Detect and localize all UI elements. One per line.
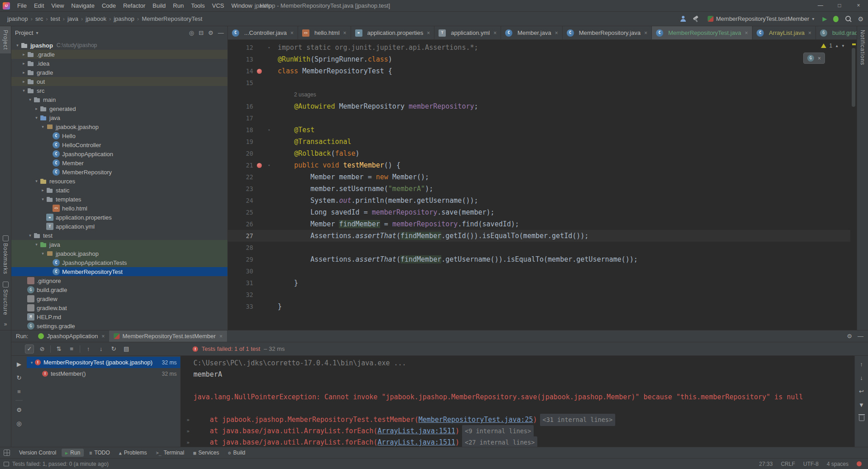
tree-chevron-icon[interactable]: ▾ [39, 251, 46, 256]
export-test-results-icon[interactable]: ▤ [122, 345, 131, 354]
run-config-selector[interactable]: MemberRepositoryTest.testMember ▾ [705, 14, 817, 23]
show-passed-icon[interactable]: ✓ [25, 345, 34, 354]
console[interactable]: C:\Users\PC\.jdks\corretto-17.0.4.1\bin\… [181, 356, 854, 447]
fold-chevron-icon[interactable]: ▾ [265, 42, 273, 53]
editor-code[interactable]: 12▾import static org.junit.jupiter.api.A… [228, 40, 850, 330]
console-fold-icon[interactable]: » [183, 437, 193, 447]
test-settings-gear-icon[interactable]: ⚙ [14, 405, 24, 414]
menu-refactor[interactable]: Refactor [120, 0, 149, 11]
menu-vcs[interactable]: VCS [208, 0, 228, 11]
close-icon[interactable]: × [493, 30, 497, 36]
run-tab-jpashopapplication[interactable]: JpashopApplication× [34, 330, 109, 342]
code-line-26[interactable]: 26 Member findMember = memberRepository.… [228, 218, 850, 230]
line-separator[interactable]: CRLF [781, 461, 795, 467]
settings-icon[interactable]: ⚙ [858, 15, 863, 23]
editor-scrollbar[interactable] [850, 40, 857, 330]
breadcrumb-item-jpabook[interactable]: jpabook [86, 15, 106, 22]
collapse-all-icon[interactable]: ⊟ [198, 29, 203, 36]
close-icon[interactable]: × [808, 30, 811, 36]
tree-chevron-icon[interactable]: ▸ [20, 61, 27, 66]
next-problem-icon[interactable]: ▼ [841, 44, 845, 48]
hide-run-panel-icon[interactable]: — [858, 333, 863, 340]
tree-item-static[interactable]: ▸static [11, 186, 227, 195]
code-line-23[interactable]: 23 member.setUsername("memberA"); [228, 183, 850, 195]
tree-chevron-icon[interactable]: ▾ [27, 233, 34, 238]
test-tree-item-memberrepositorytest-jpabook-jpashop[interactable]: ▾!MemberRepositoryTest (jpabook.jpashop)… [27, 357, 180, 368]
close-icon[interactable]: × [290, 30, 294, 36]
project-settings-gear-icon[interactable]: ⚙ [208, 29, 213, 36]
menu-tools[interactable]: Tools [188, 0, 208, 11]
code-line-27[interactable]: 27 Assertions.assertThat(findMember.getI… [228, 230, 850, 242]
breadcrumb-item-java[interactable]: java [68, 15, 78, 22]
line-number[interactable]: 26 [228, 218, 253, 230]
tree-item-resources[interactable]: ▾resources [11, 177, 227, 186]
test-history-icon[interactable]: ↻ [109, 345, 118, 354]
breadcrumb-item-jpashop[interactable]: jpashop [7, 15, 28, 22]
search-everywhere-icon[interactable] [845, 15, 852, 23]
run-tab-memberrepositorytest-testmember[interactable]: MemberRepositoryTest.testMember× [109, 330, 227, 342]
tree-item-gradlew[interactable]: gradlew [11, 294, 227, 303]
code-line-15[interactable]: 15 [228, 77, 850, 89]
tree-chevron-icon[interactable]: ▾ [20, 88, 27, 93]
scrollbar-thumb[interactable] [852, 48, 855, 107]
tree-item-application-properties[interactable]: ≡application.properties [11, 213, 227, 222]
stack-trace-link[interactable]: ArrayList.java:1511 [377, 437, 455, 447]
sort-alphabetically-icon[interactable]: ⇅ [54, 345, 63, 354]
tool-window-button-run[interactable]: ▶Run [62, 449, 84, 457]
test-tree-chevron-icon[interactable]: ▾ [29, 360, 35, 365]
console-fold-icon[interactable]: » [183, 426, 193, 437]
breadcrumb-item-memberrepositorytest[interactable]: MemberRepositoryTest [142, 15, 203, 22]
tree-item-jpabook-jpashop[interactable]: ▾jpabook.jpashop [11, 122, 227, 131]
tree-chevron-icon[interactable]: ▸ [33, 106, 40, 111]
clear-console-icon[interactable] [859, 416, 864, 421]
build-hammer-icon[interactable] [692, 15, 699, 23]
tree-item-gradlew-bat[interactable]: gradlew.bat [11, 303, 227, 312]
code-line-32[interactable]: 32 [228, 289, 850, 301]
line-number[interactable]: 27 [228, 230, 253, 242]
tool-window-button-version-control[interactable]: Version Control [15, 449, 60, 457]
balloon-close-icon[interactable]: × [818, 55, 821, 62]
stack-trace-link[interactable]: ArrayList.java:1511 [377, 426, 455, 437]
tree-item-out[interactable]: ▸out [11, 77, 227, 86]
tool-button-project[interactable]: Project [0, 26, 11, 53]
code-line-33[interactable]: 33} [228, 301, 850, 312]
code-line-18[interactable]: 18▾ @Test [228, 124, 850, 136]
menu-code[interactable]: Code [98, 0, 120, 11]
code-line-29[interactable]: 29 Assertions.assertThat(findMember.getU… [228, 254, 850, 265]
menu-edit[interactable]: Edit [30, 0, 48, 11]
tree-item-gradle[interactable]: ▸gradle [11, 68, 227, 77]
hide-panel-icon[interactable]: — [218, 29, 224, 36]
pin-tab-icon[interactable]: ◎ [14, 419, 24, 428]
menu-navigate[interactable]: Navigate [68, 0, 98, 11]
tree-item-java[interactable]: ▾java [11, 240, 227, 249]
tree-item-main[interactable]: ▾main [11, 95, 227, 104]
minimize-button[interactable]: — [811, 0, 830, 11]
scroll-to-end-icon[interactable]: ▼ [857, 400, 866, 409]
notification-balloon[interactable]: G × [803, 53, 825, 64]
tool-window-button-problems[interactable]: ▲Problems [116, 449, 151, 457]
line-number[interactable]: 32 [228, 289, 253, 301]
line-number[interactable]: 21 [228, 159, 253, 171]
tool-window-button-build[interactable]: ⚙Build [225, 449, 249, 457]
code-line-17[interactable]: 17 [228, 112, 850, 124]
more-tool-windows-icon[interactable]: » [4, 319, 7, 330]
menu-window[interactable]: Window [228, 0, 256, 11]
project-view-title[interactable]: Project [15, 29, 33, 36]
line-number[interactable]: 12 [228, 42, 253, 53]
close-icon[interactable]: × [219, 333, 222, 340]
breadcrumb-item-src[interactable]: src [35, 15, 43, 22]
tree-chevron-icon[interactable]: ▾ [33, 179, 40, 183]
editor-tab-application-properties[interactable]: ≡application.properties× [351, 26, 435, 39]
tree-item-generated[interactable]: ▸generated [11, 104, 227, 113]
test-tree-item-testmember[interactable]: !testMember()32 ms [27, 368, 180, 379]
previous-failed-test-icon[interactable]: ↑ [84, 345, 93, 354]
console-fold-icon[interactable]: » [183, 414, 193, 426]
tree-item-hello[interactable]: CHello [11, 131, 227, 140]
line-number[interactable]: 17 [228, 112, 253, 124]
tree-item-gradle[interactable]: ▸.gradle [11, 50, 227, 59]
tree-item-hellocontroller[interactable]: CHelloController [11, 140, 227, 149]
tree-item-settings-gradle[interactable]: Gsettings.gradle [11, 321, 227, 330]
editor-tab-application-yml[interactable]: Yapplication.yml× [434, 26, 501, 39]
code-line-19[interactable]: 19 @Transactional [228, 136, 850, 148]
editor-tab-memberrepository-java[interactable]: CMemberRepository.java× [563, 26, 652, 39]
